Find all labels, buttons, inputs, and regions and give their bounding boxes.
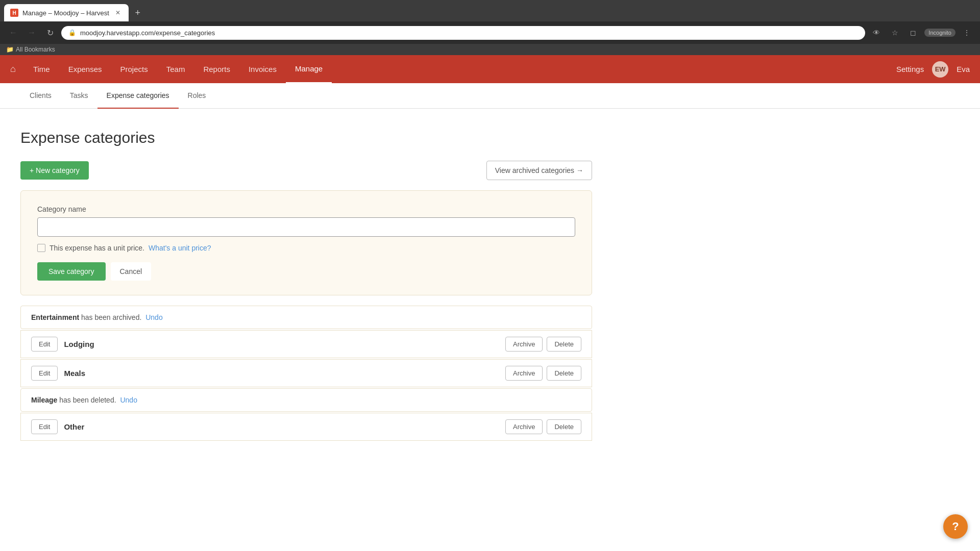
cancel-button[interactable]: Cancel [111, 262, 152, 281]
bookmarks-label: All Bookmarks [16, 46, 55, 53]
toolbar-actions: 👁 ☆ ◻ Incognito ⋮ [869, 26, 974, 40]
incognito-badge: Incognito [924, 29, 955, 37]
entertainment-undo-link[interactable]: Undo [145, 313, 162, 321]
settings-link[interactable]: Settings [896, 65, 924, 73]
lodging-category-name: Lodging [64, 340, 499, 348]
favicon: H [10, 9, 18, 17]
nav-item-team[interactable]: Team [157, 56, 194, 83]
notification-message: has been archived. [81, 313, 143, 321]
new-category-form: Category name This expense has a unit pr… [20, 190, 592, 295]
nav-item-time[interactable]: Time [24, 56, 59, 83]
unit-price-checkbox[interactable] [37, 244, 45, 252]
app-nav: ⌂ Time Expenses Projects Team Reports In… [0, 55, 980, 83]
unit-price-link[interactable]: What's a unit price? [149, 244, 211, 252]
other-archive-button[interactable]: Archive [505, 419, 543, 434]
other-category-name: Other [64, 422, 499, 431]
tab-title: Manage – Moodjoy – Harvest [22, 9, 109, 17]
lodging-archive-button[interactable]: Archive [505, 337, 543, 352]
forward-button[interactable]: → [24, 26, 39, 40]
other-edit-button[interactable]: Edit [31, 419, 58, 434]
lodging-edit-button[interactable]: Edit [31, 337, 58, 352]
main-content: Expense categories + New category View a… [0, 109, 612, 462]
lodging-delete-button[interactable]: Delete [547, 337, 581, 352]
url-text: moodjoy.harvestapp.com/expense_categorie… [80, 29, 858, 37]
back-button[interactable]: ← [6, 26, 20, 40]
eye-off-icon[interactable]: 👁 [869, 26, 884, 40]
actions-row: + New category View archived categories … [20, 161, 592, 180]
sub-nav-roles[interactable]: Roles [179, 83, 215, 109]
close-tab-button[interactable]: ✕ [113, 8, 122, 17]
sub-nav-tasks[interactable]: Tasks [61, 83, 97, 109]
category-name-input[interactable] [37, 217, 575, 237]
browser-toolbar: ← → ↻ 🔒 moodjoy.harvestapp.com/expense_c… [0, 21, 980, 44]
categories-container: Entertainment has been archived. Undo Ed… [20, 306, 592, 441]
tab-bar: H Manage – Moodjoy – Harvest ✕ + [0, 0, 980, 21]
other-delete-button[interactable]: Delete [547, 419, 581, 434]
other-row-actions: Archive Delete [505, 419, 581, 434]
category-name-label: Category name [37, 205, 575, 213]
unit-price-row: This expense has a unit price. What's a … [37, 244, 575, 252]
meals-category-name: Meals [64, 369, 499, 378]
folder-icon: 📁 [6, 46, 14, 53]
sub-nav-expense-categories[interactable]: Expense categories [97, 83, 179, 109]
mileage-deleted-notification: Mileage has been deleted. Undo [20, 388, 592, 412]
meals-row-actions: Archive Delete [505, 366, 581, 381]
nav-item-expenses[interactable]: Expenses [59, 56, 111, 83]
mileage-undo-link[interactable]: Undo [120, 396, 137, 404]
browser-chrome: H Manage – Moodjoy – Harvest ✕ + ← → ↻ 🔒… [0, 0, 980, 55]
meals-edit-button[interactable]: Edit [31, 366, 58, 381]
profile-icon[interactable]: ◻ [906, 26, 920, 40]
save-category-button[interactable]: Save category [37, 262, 106, 281]
nav-item-projects[interactable]: Projects [111, 56, 157, 83]
page-title: Expense categories [20, 129, 592, 146]
bookmarks-bar: 📁 All Bookmarks [0, 44, 980, 55]
lodging-row-actions: Archive Delete [505, 337, 581, 352]
view-archived-button[interactable]: View archived categories → [486, 161, 592, 180]
incognito-label: Incognito [928, 30, 951, 36]
meals-archive-button[interactable]: Archive [505, 366, 543, 381]
table-row: Edit Other Archive Delete [20, 413, 592, 441]
sub-nav: Clients Tasks Expense categories Roles [0, 83, 980, 109]
nav-item-invoices[interactable]: Invoices [239, 56, 286, 83]
bookmark-icon[interactable]: ☆ [888, 26, 902, 40]
unit-price-text: This expense has a unit price. [50, 244, 144, 252]
new-category-button[interactable]: + New category [20, 161, 89, 180]
table-row: Edit Lodging Archive Delete [20, 330, 592, 358]
main-nav: Time Expenses Projects Team Reports Invo… [24, 55, 332, 83]
reload-button[interactable]: ↻ [43, 26, 57, 40]
nav-right: Settings EW Eva [896, 61, 970, 78]
address-bar[interactable]: 🔒 moodjoy.harvestapp.com/expense_categor… [61, 26, 865, 40]
form-actions: Save category Cancel [37, 262, 575, 281]
notification-message: has been deleted. [59, 396, 118, 404]
lock-icon: 🔒 [68, 29, 76, 36]
notification-item-name: Mileage [31, 396, 57, 404]
home-icon[interactable]: ⌂ [10, 64, 16, 74]
entertainment-archived-notification: Entertainment has been archived. Undo [20, 306, 592, 329]
nav-item-manage[interactable]: Manage [286, 55, 332, 83]
menu-icon[interactable]: ⋮ [960, 26, 974, 40]
table-row: Edit Meals Archive Delete [20, 359, 592, 387]
new-tab-button[interactable]: + [131, 6, 145, 20]
notification-item-name: Entertainment [31, 313, 79, 321]
user-name: Eva [957, 65, 970, 73]
nav-item-reports[interactable]: Reports [194, 56, 239, 83]
meals-delete-button[interactable]: Delete [547, 366, 581, 381]
avatar[interactable]: EW [932, 61, 948, 78]
active-tab[interactable]: H Manage – Moodjoy – Harvest ✕ [4, 4, 129, 21]
sub-nav-clients[interactable]: Clients [20, 83, 61, 109]
